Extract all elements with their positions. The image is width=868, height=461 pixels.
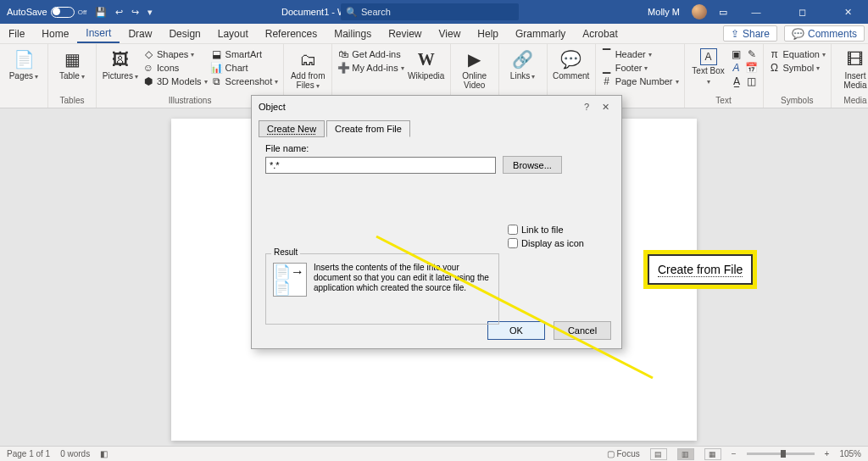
accessibility-icon[interactable]: ◧ — [100, 449, 108, 458]
tab-acrobat[interactable]: Acrobat — [574, 24, 626, 43]
store-icon: 🛍 — [337, 48, 349, 60]
equation-button[interactable]: πEquation — [769, 48, 826, 60]
symbol-button[interactable]: ΩSymbol — [769, 62, 826, 74]
ribbon-mode-icon[interactable]: ▭ — [719, 7, 727, 18]
comments-button[interactable]: 💬Comments — [784, 25, 865, 42]
page-icon: 📄 — [13, 48, 35, 70]
wordart-button[interactable]: A — [731, 62, 743, 74]
share-icon: ⇪ — [731, 28, 739, 40]
insert-media-button[interactable]: 🎞Insert Media — [837, 46, 868, 90]
chart-button[interactable]: 📊Chart — [211, 62, 279, 74]
links-button[interactable]: 🔗Links — [504, 46, 542, 81]
dialog-help-icon[interactable]: ? — [577, 102, 596, 112]
quick-access-toolbar: 💾 ↩ ↪ ▾ — [95, 7, 153, 18]
header-icon: ▔ — [601, 48, 613, 60]
table-icon: ▦ — [61, 48, 83, 70]
icons-button[interactable]: ☺Icons — [142, 62, 208, 74]
header-button[interactable]: ▔Header — [601, 48, 679, 60]
dialog-close-icon[interactable]: ✕ — [596, 102, 615, 113]
tab-grammarly[interactable]: Grammarly — [507, 24, 574, 43]
zoom-out-icon[interactable]: − — [732, 449, 737, 458]
screenshot-button[interactable]: ⧉Screenshot — [211, 75, 279, 87]
minimize-icon[interactable]: — — [739, 0, 773, 24]
get-addins-button[interactable]: 🛍Get Add-ins — [337, 48, 403, 60]
print-layout-icon[interactable]: ▥ — [677, 448, 694, 460]
autosave-toggle[interactable]: AutoSave Off — [7, 7, 86, 18]
user-name[interactable]: Molly M — [648, 7, 680, 17]
share-button[interactable]: ⇪Share — [723, 25, 777, 42]
focus-mode-button[interactable]: ▢ Focus — [607, 449, 640, 458]
tab-file[interactable]: File — [0, 24, 33, 43]
wikipedia-button[interactable]: WWikipedia — [408, 46, 445, 81]
undo-icon[interactable]: ↩ — [115, 7, 123, 18]
add-from-files-button[interactable]: 🗂Add from Files — [289, 46, 326, 91]
text-box-button[interactable]: AText Box — [690, 46, 727, 86]
qat-more-icon[interactable]: ▾ — [147, 7, 153, 18]
media-icon: 🎞 — [844, 48, 866, 70]
save-icon[interactable]: 💾 — [95, 7, 107, 18]
tab-insert[interactable]: Insert — [77, 24, 120, 43]
object-dialog: Object ? ✕ Create New Create from File F… — [251, 95, 622, 349]
toggle-off-icon[interactable] — [51, 7, 75, 18]
display-as-icon-checkbox[interactable]: Display as icon — [508, 238, 584, 248]
link-to-file-checkbox[interactable]: Link to file — [508, 225, 584, 235]
cancel-button[interactable]: Cancel — [554, 321, 611, 340]
zoom-in-icon[interactable]: + — [825, 449, 830, 458]
tab-draw[interactable]: Draw — [120, 24, 160, 43]
tab-create-new[interactable]: Create New — [259, 120, 325, 137]
text-group-label: Text — [690, 96, 758, 106]
symbols-group-label: Symbols — [769, 96, 826, 106]
tab-help[interactable]: Help — [469, 24, 507, 43]
reuse-files-icon: 🗂 — [297, 48, 319, 70]
title-bar: AutoSave Off 💾 ↩ ↪ ▾ Document1 - Word 🔍 … — [0, 0, 868, 24]
zoom-slider[interactable] — [747, 453, 815, 455]
date-time-button[interactable]: 📅 — [746, 62, 758, 74]
my-addins-button[interactable]: ➕My Add-ins — [337, 62, 403, 74]
zoom-level[interactable]: 105% — [839, 449, 861, 458]
close-window-icon[interactable]: ✕ — [831, 0, 865, 24]
word-count[interactable]: 0 words — [60, 449, 90, 458]
comment-button[interactable]: 💬Comment — [553, 46, 590, 81]
pictures-icon: 🖼 — [109, 48, 131, 70]
smartart-button[interactable]: ⬓SmartArt — [211, 48, 279, 60]
browse-button[interactable]: Browse... — [503, 156, 562, 174]
page-indicator[interactable]: Page 1 of 1 — [7, 449, 50, 458]
tab-create-from-file[interactable]: Create from File — [326, 120, 410, 137]
pictures-button[interactable]: 🖼Pictures — [102, 46, 139, 81]
maximize-icon[interactable]: ◻ — [785, 0, 819, 24]
redo-icon[interactable]: ↪ — [131, 7, 139, 18]
read-mode-icon[interactable]: ▤ — [650, 448, 667, 460]
page-number-button[interactable]: #Page Number — [601, 75, 679, 87]
tab-mailings[interactable]: Mailings — [326, 24, 380, 43]
tab-layout[interactable]: Layout — [209, 24, 257, 43]
autosave-state: Off — [78, 8, 87, 16]
tab-view[interactable]: View — [431, 24, 470, 43]
quick-parts-button[interactable]: ▣ — [731, 48, 743, 60]
footer-button[interactable]: ▁Footer — [601, 62, 679, 74]
search-icon: 🔍 — [346, 7, 358, 18]
object-button[interactable]: ◫ — [746, 75, 758, 87]
screenshot-icon: ⧉ — [211, 75, 223, 87]
wordart-icon: A — [731, 62, 743, 74]
filename-label: File name: — [265, 143, 608, 153]
tab-design[interactable]: Design — [160, 24, 209, 43]
result-header: Result — [271, 247, 300, 257]
wikipedia-icon: W — [415, 48, 437, 70]
signature-line-button[interactable]: ✎ — [746, 48, 758, 60]
addins-icon: ➕ — [337, 62, 349, 74]
search-box[interactable]: 🔍 Search — [341, 3, 519, 20]
tab-references[interactable]: References — [257, 24, 326, 43]
ribbon-tabs: File Home Insert Draw Design Layout Refe… — [0, 24, 868, 44]
3d-models-button[interactable]: ⬢3D Models — [142, 75, 208, 87]
filename-input[interactable] — [265, 157, 496, 174]
shapes-button[interactable]: ◇Shapes — [142, 48, 208, 60]
link-icon: 🔗 — [512, 48, 534, 70]
tab-home[interactable]: Home — [33, 24, 77, 43]
online-video-button[interactable]: ▶Online Video — [456, 46, 493, 90]
tab-review[interactable]: Review — [380, 24, 430, 43]
table-button[interactable]: ▦Table — [53, 46, 91, 81]
user-avatar-icon[interactable] — [692, 4, 707, 19]
drop-cap-button[interactable]: A̲ — [731, 75, 743, 87]
web-layout-icon[interactable]: ▦ — [704, 448, 721, 460]
pages-button[interactable]: 📄Pages — [5, 46, 42, 81]
